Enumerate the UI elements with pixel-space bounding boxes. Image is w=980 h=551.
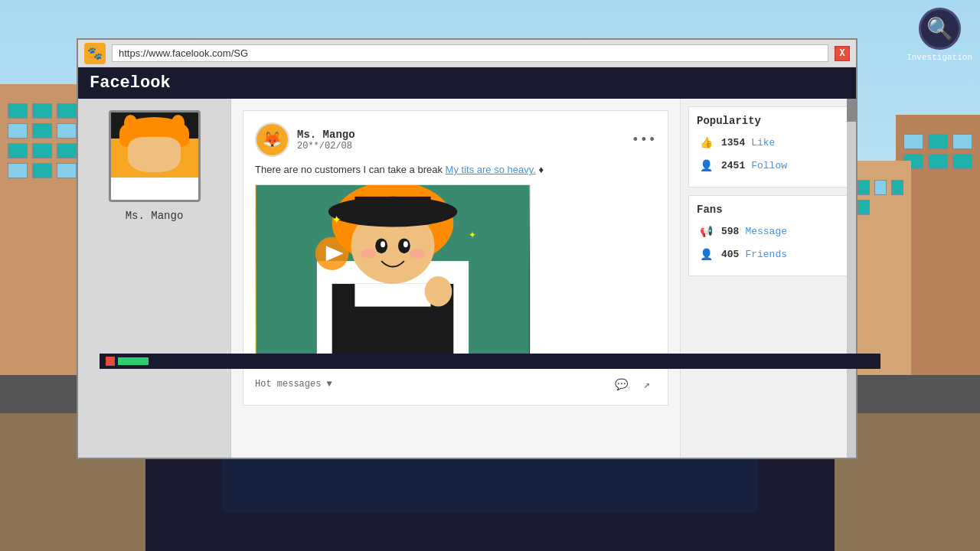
building-far-right — [850, 161, 911, 375]
browser-favicon: 🐾 — [84, 43, 106, 64]
fans-title: Fans — [697, 204, 840, 216]
follow-stat: 👤 2451 Follow — [697, 156, 840, 174]
taskbar-dot-green — [118, 357, 149, 365]
window — [32, 103, 52, 119]
message-label[interactable]: Message — [745, 226, 787, 237]
magnify-icon: 🔍 — [926, 16, 953, 42]
profile-sidebar: Ms. Mango — [78, 99, 231, 458]
facelook-app: Facelook Ms. Mango — [78, 67, 856, 458]
window — [928, 154, 948, 169]
window — [57, 143, 77, 158]
post-avatar-image: 🦊 — [256, 124, 288, 155]
fans-section: Fans 📢 598 Message 👤 405 Friends — [688, 195, 848, 276]
taskbar — [100, 354, 880, 369]
svg-point-9 — [403, 242, 408, 248]
window — [8, 123, 28, 139]
window — [952, 134, 972, 149]
svg-point-11 — [410, 249, 425, 258]
browser-chrome: 🐾 X — [78, 40, 856, 67]
svg-point-10 — [361, 249, 376, 258]
investigation-label: Investigation — [906, 53, 972, 63]
window — [858, 180, 870, 195]
investigation-icon-circle: 🔍 — [919, 8, 961, 50]
window — [57, 123, 77, 139]
svg-point-8 — [381, 242, 385, 248]
window — [903, 134, 923, 149]
post-footer: Hot messages ▼ 💬 ↗ — [255, 368, 656, 393]
facelook-body: Ms. Mango 🦊 Ms. Mango 20**/02/08 ••• — [78, 99, 856, 458]
comment-icon: 💬 — [615, 378, 628, 391]
post-text-emoji: ♦ — [538, 164, 544, 175]
follow-label[interactable]: Follow — [751, 160, 787, 171]
share-button[interactable]: ↗ — [638, 375, 656, 393]
svg-rect-5 — [354, 197, 430, 220]
follow-count: 2451 — [721, 160, 745, 171]
right-sidebar: Popularity 👍 1354 Like 👤 2451 Follow Fan… — [680, 99, 856, 458]
post-text-link[interactable]: My tits are so heavy. — [446, 164, 536, 175]
window — [57, 103, 77, 119]
window — [8, 163, 28, 178]
window — [57, 163, 77, 178]
main-feed[interactable]: 🦊 Ms. Mango 20**/02/08 ••• There are no … — [231, 99, 680, 458]
favicon-icon: 🐾 — [87, 46, 103, 61]
friends-count: 405 — [721, 249, 739, 260]
post-image[interactable]: ✦ ✦ — [255, 184, 531, 360]
post-meta: Ms. Mango 20**/02/08 — [297, 129, 624, 152]
share-icon: ↗ — [644, 378, 650, 391]
browser-window: 🐾 X Facelook Ms. — [77, 38, 858, 459]
message-count: 598 — [721, 226, 739, 237]
post-avatar: 🦊 — [255, 122, 289, 157]
window — [32, 163, 52, 178]
comment-button[interactable]: 💬 — [612, 375, 630, 393]
window — [952, 154, 972, 169]
post-options-button[interactable]: ••• — [632, 132, 656, 148]
post-header: 🦊 Ms. Mango 20**/02/08 ••• — [255, 122, 656, 157]
hot-messages-button[interactable]: Hot messages ▼ — [255, 379, 332, 390]
window — [32, 123, 52, 139]
profile-avatar — [109, 110, 201, 202]
window — [891, 180, 903, 195]
like-icon: 👍 — [697, 133, 715, 152]
follow-icon: 👤 — [697, 156, 715, 174]
post-actions: 💬 ↗ — [612, 375, 656, 393]
profile-name: Ms. Mango — [126, 210, 184, 222]
friends-stat: 👤 405 Friends — [697, 245, 840, 263]
like-stat: 👍 1354 Like — [697, 133, 840, 152]
post-text: There are no customers I can take a brea… — [255, 163, 656, 177]
facelook-header: Facelook — [78, 67, 856, 99]
post-date: 20**/02/08 — [297, 141, 624, 152]
like-label[interactable]: Like — [751, 137, 775, 148]
message-stat: 📢 598 Message — [697, 222, 840, 240]
svg-rect-13 — [354, 284, 430, 307]
friends-label[interactable]: Friends — [745, 249, 787, 260]
message-icon: 📢 — [697, 222, 715, 240]
window — [928, 134, 948, 149]
window — [8, 143, 28, 158]
browser-close-button[interactable]: X — [835, 46, 850, 61]
svg-text:✦: ✦ — [469, 229, 476, 243]
avatar-image — [111, 112, 198, 200]
post-text-before: There are no customers I can take a brea… — [255, 164, 446, 175]
taskbar-dot-red — [106, 357, 115, 366]
popularity-title: Popularity — [697, 115, 840, 127]
facelook-title: Facelook — [90, 73, 171, 93]
svg-point-14 — [425, 276, 452, 307]
investigation-button[interactable]: 🔍 Investigation — [906, 8, 972, 63]
window — [874, 180, 887, 195]
post-image-svg: ✦ ✦ — [256, 185, 530, 360]
post-username: Ms. Mango — [297, 129, 624, 141]
building-left — [0, 84, 84, 375]
avatar-ear-left — [124, 115, 137, 131]
window — [8, 103, 28, 119]
avatar-face — [128, 137, 180, 172]
popularity-section: Popularity 👍 1354 Like 👤 2451 Follow — [688, 106, 848, 187]
scrollbar-thumb[interactable] — [847, 99, 856, 122]
window — [32, 143, 52, 158]
right-scrollbar[interactable] — [847, 99, 856, 458]
friends-icon: 👤 — [697, 245, 715, 263]
close-icon: X — [839, 48, 844, 59]
like-count: 1354 — [721, 137, 745, 148]
window — [858, 200, 870, 215]
svg-text:✦: ✦ — [332, 210, 341, 228]
url-bar[interactable] — [112, 44, 828, 62]
